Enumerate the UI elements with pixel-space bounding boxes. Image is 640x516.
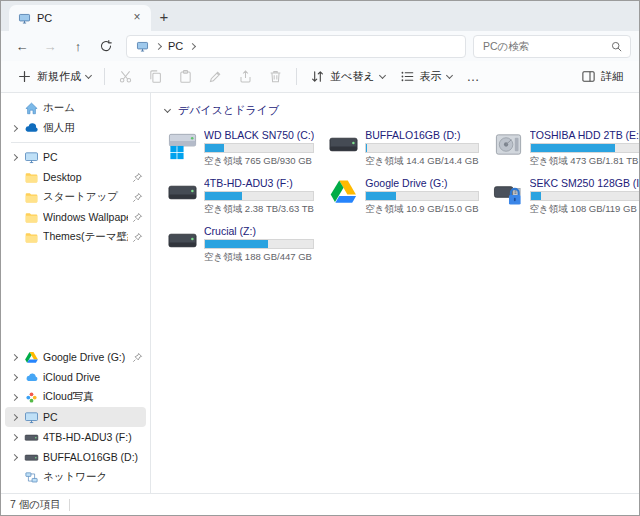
sidebar-item-desktop[interactable]: Desktop — [5, 167, 146, 187]
drive-tile-c[interactable]: WD BLACK SN750 (C:)空き領域 765 GB/930 GB — [165, 127, 316, 170]
back-button[interactable]: ← — [9, 34, 35, 58]
cut-button[interactable] — [111, 64, 140, 90]
folder-icon — [24, 190, 39, 205]
view-button-label: 表示 — [420, 69, 442, 84]
breadcrumb[interactable]: PC — [126, 35, 466, 58]
more-button[interactable]: … — [460, 64, 488, 90]
drive-tile-i[interactable]: SEKC SM250 128GB (I:)空き領域 108 GB/119 GB — [491, 175, 640, 218]
search-input[interactable] — [481, 39, 610, 53]
drive-tile-g[interactable]: Google Drive (G:)空き領域 10.9 GB/15.0 GB — [326, 175, 480, 218]
chevron-right-icon[interactable] — [9, 415, 20, 420]
external-drive-icon — [167, 177, 198, 208]
usb-lock-drive-icon — [493, 177, 524, 208]
sidebar-item-network[interactable]: ネットワーク — [5, 467, 146, 487]
chevron-down-icon — [445, 72, 452, 79]
chevron-right-icon[interactable] — [9, 395, 20, 400]
file-explorer-window: PC × + ← → ↑ PC 新規作成 — [0, 0, 640, 516]
sidebar-item-onedrive-personal[interactable]: 個人用 — [5, 118, 146, 138]
pc-icon — [136, 40, 149, 53]
up-button[interactable]: ↑ — [65, 34, 91, 58]
sidebar-item-label: 4TB-HD-ADU3 (F:) — [43, 431, 143, 443]
sidebar-item-label: ホーム — [43, 101, 143, 115]
drive-tile-f[interactable]: 4TB-HD-ADU3 (F:)空き領域 2.38 TB/3.63 TB — [165, 175, 316, 218]
sidebar-item-label: Desktop — [43, 171, 128, 183]
sidebar-item-label: PC — [43, 151, 143, 163]
chevron-right-icon[interactable] — [9, 375, 20, 380]
sidebar-item-pc-top[interactable]: PC — [5, 147, 146, 167]
new-button[interactable]: 新規作成 — [10, 64, 98, 90]
sort-button-label: 並べ替え — [330, 69, 375, 84]
chevron-down-icon — [378, 72, 385, 79]
windows-drive-icon — [167, 129, 198, 160]
drive-free-space: 空き領域 108 GB/119 GB — [530, 203, 640, 216]
content-pane: デバイスとドライブ WD BLACK SN750 (C:)空き領域 765 GB… — [151, 93, 639, 493]
sidebar-item-startup[interactable]: スタートアップ — [5, 187, 146, 207]
sidebar-item-icloud-drive[interactable]: iCloud Drive — [5, 367, 146, 387]
scissors-icon — [118, 69, 133, 84]
drive-info: Crucial (Z:)空き領域 188 GB/447 GB — [204, 225, 314, 264]
drive-tile-d[interactable]: BUFFALO16GB (D:)空き領域 14.4 GB/14.4 GB — [326, 127, 480, 170]
chevron-right-icon[interactable] — [9, 155, 20, 160]
chevron-right-icon[interactable] — [9, 435, 20, 440]
rename-button[interactable] — [201, 64, 230, 90]
drive-usage-bar — [204, 143, 314, 153]
pin-icon — [132, 192, 143, 203]
details-button-label: 詳細 — [601, 69, 623, 84]
sidebar-item-label: BUFFALO16GB (D:) — [43, 451, 143, 463]
share-button[interactable] — [231, 64, 260, 90]
drive-name: BUFFALO16GB (D:) — [365, 129, 478, 141]
sidebar-item-pc[interactable]: PC — [5, 407, 146, 427]
drive-free-space: 空き領域 765 GB/930 GB — [204, 155, 314, 168]
drive-name: Crucial (Z:) — [204, 225, 314, 237]
sidebar-item-label: スタートアップ — [43, 190, 128, 204]
sidebar-item-home[interactable]: ホーム — [5, 98, 146, 118]
sidebar-item-windows-wallpaper[interactable]: Windows Wallpaper — [5, 207, 146, 227]
breadcrumb-item-pc[interactable]: PC — [168, 40, 183, 52]
sort-icon — [310, 69, 325, 84]
pin-icon — [132, 172, 143, 183]
status-separator — [69, 499, 70, 511]
details-button[interactable]: 詳細 — [574, 64, 630, 90]
refresh-button[interactable] — [93, 34, 119, 58]
delete-button[interactable] — [261, 64, 290, 90]
forward-button[interactable]: → — [37, 34, 63, 58]
chevron-right-icon — [155, 42, 162, 49]
drive-tile-z[interactable]: Crucial (Z:)空き領域 188 GB/447 GB — [165, 223, 316, 266]
new-tab-button[interactable]: + — [151, 5, 177, 31]
copy-button[interactable] — [141, 64, 170, 90]
drive-usage-fill — [531, 192, 541, 200]
sidebar-item-themes[interactable]: Themes(テーマ壁紙) — [5, 227, 146, 247]
tab-close-icon[interactable]: × — [129, 10, 145, 26]
tab-bar: PC × + — [1, 1, 639, 31]
drive-info: TOSHIBA HDD 2TB (E:)空き領域 473 GB/1.81 TB — [530, 129, 640, 168]
sidebar-item-label: Google Drive (G:) — [43, 351, 128, 363]
search-box[interactable] — [473, 35, 631, 58]
sidebar-item-icloud-photos[interactable]: iCloud写真 — [5, 387, 146, 407]
chevron-right-icon — [189, 42, 196, 49]
drive-usage-fill — [531, 144, 615, 152]
drive-tile-e[interactable]: TOSHIBA HDD 2TB (E:)空き領域 473 GB/1.81 TB — [491, 127, 640, 170]
sidebar-item-google-drive[interactable]: Google Drive (G:) — [5, 347, 146, 367]
group-header-devices-and-drives[interactable]: デバイスとドライブ — [165, 101, 625, 119]
view-button[interactable]: 表示 — [393, 64, 459, 90]
network-icon — [24, 470, 39, 485]
paste-button[interactable] — [171, 64, 200, 90]
chevron-down-icon — [85, 72, 92, 79]
chevron-right-icon[interactable] — [9, 455, 20, 460]
hdd-icon — [493, 129, 524, 160]
drive-name: 4TB-HD-ADU3 (F:) — [204, 177, 314, 189]
more-icon: … — [467, 69, 481, 84]
sidebar-item-label: 個人用 — [43, 121, 143, 135]
drive-usage-fill — [205, 192, 242, 200]
sidebar-item-buffalo16gb[interactable]: BUFFALO16GB (D:) — [5, 447, 146, 467]
tab-pc[interactable]: PC × — [9, 5, 151, 31]
drive-info: WD BLACK SN750 (C:)空き領域 765 GB/930 GB — [204, 129, 314, 168]
chevron-right-icon[interactable] — [9, 355, 20, 360]
chevron-right-icon[interactable] — [9, 126, 20, 131]
drive-name: WD BLACK SN750 (C:) — [204, 129, 314, 141]
tab-label: PC — [37, 12, 123, 24]
rename-icon — [208, 69, 223, 84]
sort-button[interactable]: 並べ替え — [303, 64, 392, 90]
drive-usage-bar — [530, 191, 640, 201]
sidebar-item-4tb-hd-adu3[interactable]: 4TB-HD-ADU3 (F:) — [5, 427, 146, 447]
